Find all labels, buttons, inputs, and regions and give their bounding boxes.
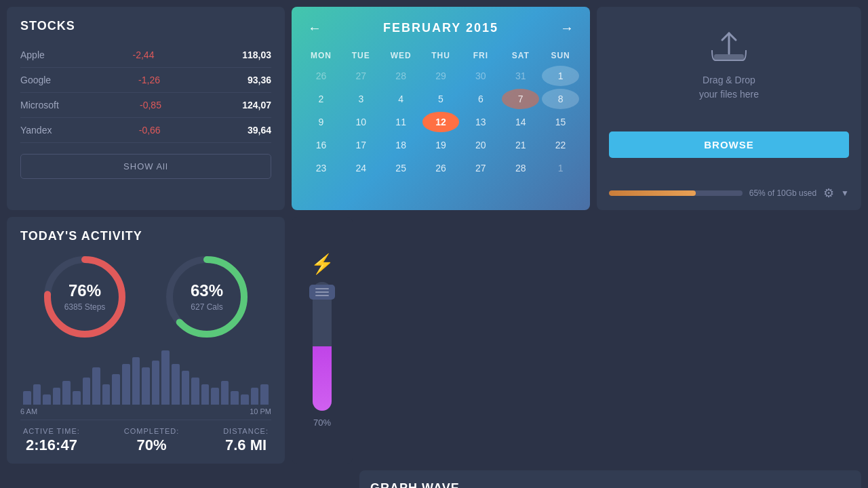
bar [201,384,210,405]
calendar-day[interactable]: 27 [462,158,499,178]
calendar-day[interactable]: 10 [342,112,380,132]
calendar-day[interactable]: 17 [342,135,380,155]
calendar-day[interactable]: 21 [502,135,539,155]
cals-label: 63% 627 Cals [191,281,223,312]
stat-item: ACTIVE TIME: 2:16:47 [23,427,80,454]
calendar-day[interactable]: 26 [422,158,460,178]
calendar-panel: ← FEBRUARY 2015 → MONTUEWEDTHUFRISATSUN2… [292,7,590,210]
stat-label: COMPLETED: [124,427,180,435]
calendar-day[interactable]: 7 [502,89,539,109]
stock-row[interactable]: Microsoft -0,85 124,07 [20,93,271,118]
browse-button[interactable]: BROWSE [609,131,849,158]
calendar-day[interactable]: 15 [542,112,579,132]
calendar-day-header: SAT [502,48,539,63]
calendar-day[interactable]: 30 [462,66,499,86]
bar [161,350,170,405]
calendar-day[interactable]: 28 [382,66,420,86]
bar [231,391,239,405]
calendar-day[interactable]: 26 [302,66,340,86]
stock-row[interactable]: Yandex -0,66 39,64 [20,118,271,143]
calendar-day[interactable]: 29 [422,66,460,86]
lightning-icon: ⚡ [311,253,334,275]
show-all-button[interactable]: SHOW All [20,154,271,179]
calendar-day[interactable]: 25 [382,158,420,178]
calendar-day[interactable]: 11 [382,112,420,132]
stat-item: DISTANCE: 7.6 MI [223,427,269,454]
stock-row[interactable]: Apple -2,44 118,03 [20,43,271,68]
bar-chart-area: 6 AM 10 PM [20,350,271,415]
storage-text: 65% of 10Gb used [749,188,816,198]
calendar-prev-button[interactable]: ← [302,18,327,39]
activity-panel: TODAY'S ACTIVITY 76% 6385 Steps [7,217,285,464]
stocks-list: Apple -2,44 118,03 Google -1,26 93,36 Mi… [20,43,271,143]
slider-handle[interactable] [309,285,335,300]
bar [122,364,130,405]
calendar-day[interactable]: 1 [542,158,579,178]
calendar-day[interactable]: 18 [382,135,420,155]
bar [33,384,41,405]
calendar-day[interactable]: 27 [342,66,380,86]
upload-icon [709,30,749,66]
calendar-day-header: WED [382,48,420,63]
drag-drop-text: Drag & Drop your files here [699,73,759,102]
calendar-day[interactable]: 24 [342,158,380,178]
bar [83,378,91,405]
stat-value: 2:16:47 [23,436,80,454]
bar [152,361,160,405]
bar [132,357,140,405]
stock-name: Microsoft [20,100,59,110]
slider-track[interactable] [313,282,332,411]
calendar-day[interactable]: 14 [502,112,539,132]
calendar-day[interactable]: 28 [502,158,539,178]
calendar-day[interactable]: 4 [382,89,420,109]
stock-price: 93,36 [248,75,271,85]
calendar-grid: MONTUEWEDTHUFRISATSUN2627282930311234567… [302,48,579,178]
bar [142,367,150,405]
bar [102,384,111,405]
calendar-title: FEBRUARY 2015 [383,21,498,35]
calendar-day[interactable]: 12 [422,112,460,132]
calendar-day[interactable]: 20 [462,135,499,155]
handle-line [315,291,329,293]
calendar-day[interactable]: 5 [422,89,460,109]
storage-chevron-icon[interactable]: ▼ [841,188,849,198]
bar-chart [20,350,271,405]
calendar-day[interactable]: 23 [302,158,340,178]
calendar-day-header: MON [302,48,340,63]
bar [221,381,229,405]
calendar-day[interactable]: 1 [542,66,579,86]
lightning-panel: ⚡ 70% [292,217,353,464]
bottom-row: TODAY'S ACTIVITY 76% 6385 Steps [7,217,861,488]
stock-change: -0,66 [139,125,161,136]
calendar-day[interactable]: 6 [462,89,499,109]
stock-price: 124,07 [242,100,271,110]
stat-value: 70% [124,436,180,454]
graph-panel: GRAPH WAVE 100 90 80 70 60 5 [359,470,861,488]
calendar-day[interactable]: 16 [302,135,340,155]
calendar-day-header: FRI [462,48,499,63]
stock-name: Google [20,75,51,85]
steps-circle-container: 76% 6385 Steps [41,253,129,341]
calendar-day-header: TUE [342,48,380,63]
bar [211,388,219,405]
storage-bar-fill [609,190,696,196]
slider-fill [313,346,332,411]
bar [73,391,81,405]
cals-circle-container: 63% 627 Cals [163,253,251,341]
bar [172,364,180,405]
drop-zone[interactable]: Drag & Drop your files here [699,16,759,108]
calendar-day-header: THU [422,48,460,63]
calendar-day[interactable]: 13 [462,112,499,132]
bar [92,367,100,405]
calendar-day[interactable]: 22 [542,135,579,155]
steps-circle: 76% 6385 Steps [41,253,129,341]
calendar-next-button[interactable]: → [555,18,579,39]
calendar-day[interactable]: 9 [302,112,340,132]
calendar-day[interactable]: 31 [502,66,539,86]
stock-row[interactable]: Google -1,26 93,36 [20,68,271,93]
calendar-day[interactable]: 3 [342,89,380,109]
calendar-day[interactable]: 8 [542,89,579,109]
calendar-day[interactable]: 2 [302,89,340,109]
gear-icon[interactable]: ⚙ [823,186,834,201]
calendar-day[interactable]: 19 [422,135,460,155]
